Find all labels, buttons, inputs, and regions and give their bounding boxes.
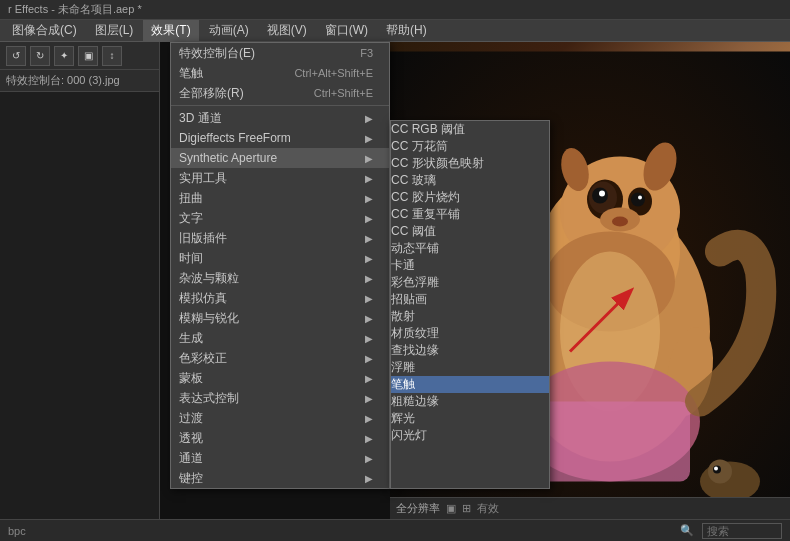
syn-item-10[interactable]: 招贴画 [391, 291, 549, 308]
svg-point-10 [638, 196, 642, 200]
effects-item-9[interactable]: 文字 ▶ [171, 208, 389, 228]
search-icon: 🔍 [680, 524, 694, 537]
effects-item-20[interactable]: 透视 ▶ [171, 428, 389, 448]
menu-item-1[interactable]: 图层(L) [87, 20, 142, 41]
syn-item-5[interactable]: CC 重复平铺 [391, 206, 549, 223]
toolbar-btn-5[interactable]: ↕ [102, 46, 122, 66]
preview-controls: 全分辨率 ▣ ⊞ 有效 [390, 497, 790, 519]
syn-item-9[interactable]: 彩色浮雕 [391, 274, 549, 291]
effects-item-11[interactable]: 时间 ▶ [171, 248, 389, 268]
bpc-label: bpc [8, 525, 26, 537]
svg-point-8 [631, 193, 645, 207]
full-btn[interactable]: 全分辨率 [396, 501, 440, 516]
effects-item-22[interactable]: 键控 ▶ [171, 468, 389, 488]
syn-item-6[interactable]: CC 阈值 [391, 223, 549, 240]
syn-item-16[interactable]: 粗糙边缘 [391, 393, 549, 410]
syn-item-12[interactable]: 材质纹理 [391, 325, 549, 342]
menu-item-6[interactable]: 帮助(H) [378, 20, 435, 41]
effects-item-14[interactable]: 模糊与锐化 ▶ [171, 308, 389, 328]
effects-item-2[interactable]: 全部移除(R) Ctrl+Shift+E [171, 83, 389, 103]
svg-point-12 [612, 217, 628, 227]
synthetic-submenu: CC RGB 阈值 CC 万花筒 CC 形状颜色映射 CC 玻璃 CC 胶片烧灼… [390, 120, 550, 489]
syn-item-13[interactable]: 查找边缘 [391, 342, 549, 359]
toolbar: ↺ ↻ ✦ ▣ ↕ [0, 42, 159, 70]
menu-item-5[interactable]: 窗口(W) [317, 20, 376, 41]
effects-item-0[interactable]: 特效控制台(E) F3 [171, 43, 389, 63]
toolbar-btn-2[interactable]: ↻ [30, 46, 50, 66]
toolbar-btn-3[interactable]: ✦ [54, 46, 74, 66]
menu-item-3[interactable]: 动画(A) [201, 20, 257, 41]
effects-item-18[interactable]: 表达式控制 ▶ [171, 388, 389, 408]
separator-1 [171, 105, 389, 106]
effects-item-10[interactable]: 旧版插件 ▶ [171, 228, 389, 248]
menu-item-0[interactable]: 图像合成(C) [4, 20, 85, 41]
preview-label: 有效 [477, 501, 499, 516]
panel-empty [2, 94, 157, 102]
effects-dropdown: 特效控制台(E) F3 笔触 Ctrl+Alt+Shift+E 全部移除(R) … [170, 42, 390, 489]
effects-item-19[interactable]: 过渡 ▶ [171, 408, 389, 428]
effects-item-17[interactable]: 蒙板 ▶ [171, 368, 389, 388]
preview-icon2[interactable]: ⊞ [462, 502, 471, 515]
effects-item-8[interactable]: 扭曲 ▶ [171, 188, 389, 208]
svg-rect-20 [530, 402, 690, 482]
syn-item-18[interactable]: 闪光灯 [391, 427, 549, 444]
effects-item-16[interactable]: 色彩校正 ▶ [171, 348, 389, 368]
svg-point-9 [599, 191, 605, 197]
effects-item-21[interactable]: 通道 ▶ [171, 448, 389, 468]
panel-content [0, 92, 159, 541]
left-panel: ↺ ↻ ✦ ▣ ↕ 特效控制台: 000 (3).jpg [0, 42, 160, 541]
syn-item-4[interactable]: CC 胶片烧灼 [391, 189, 549, 206]
syn-item-8[interactable]: 卡通 [391, 257, 549, 274]
effects-item-6[interactable]: Synthetic Aperture ▶ [171, 148, 389, 168]
preview-icon1[interactable]: ▣ [446, 502, 456, 515]
svg-point-25 [714, 467, 718, 471]
effects-item-7[interactable]: 实用工具 ▶ [171, 168, 389, 188]
bottom-bar: bpc 🔍 [0, 519, 790, 541]
effects-item-5[interactable]: Digieffects FreeForm ▶ [171, 128, 389, 148]
menu-item-4[interactable]: 视图(V) [259, 20, 315, 41]
syn-item-2[interactable]: CC 形状颜色映射 [391, 155, 549, 172]
panel-label: 特效控制台: 000 (3).jpg [6, 73, 120, 88]
menu-item-effects[interactable]: 效果(T) [143, 20, 198, 41]
syn-item-0[interactable]: CC RGB 阈值 [391, 121, 549, 138]
syn-item-17[interactable]: 辉光 [391, 410, 549, 427]
effects-item-4[interactable]: 3D 通道 ▶ [171, 108, 389, 128]
effects-item-15[interactable]: 生成 ▶ [171, 328, 389, 348]
syn-item-1[interactable]: CC 万花筒 [391, 138, 549, 155]
effects-item-12[interactable]: 杂波与颗粒 ▶ [171, 268, 389, 288]
search-input[interactable] [702, 523, 782, 539]
syn-item-15[interactable]: 笔触 [391, 376, 549, 393]
syn-item-7[interactable]: 动态平铺 [391, 240, 549, 257]
syn-item-14[interactable]: 浮雕 [391, 359, 549, 376]
syn-item-11[interactable]: 散射 [391, 308, 549, 325]
toolbar-btn-4[interactable]: ▣ [78, 46, 98, 66]
title-text: r Effects - 未命名项目.aep * [8, 2, 142, 17]
effects-item-1[interactable]: 笔触 Ctrl+Alt+Shift+E [171, 63, 389, 83]
dropdown-container: 特效控制台(E) F3 笔触 Ctrl+Alt+Shift+E 全部移除(R) … [170, 42, 550, 489]
title-bar: r Effects - 未命名项目.aep * [0, 0, 790, 20]
syn-item-3[interactable]: CC 玻璃 [391, 172, 549, 189]
toolbar-btn-1[interactable]: ↺ [6, 46, 26, 66]
panel-header: 特效控制台: 000 (3).jpg [0, 70, 159, 92]
effects-item-13[interactable]: 模拟仿真 ▶ [171, 288, 389, 308]
menu-bar: 图像合成(C) 图层(L) 效果(T) 动画(A) 视图(V) 窗口(W) 帮助… [0, 20, 790, 42]
